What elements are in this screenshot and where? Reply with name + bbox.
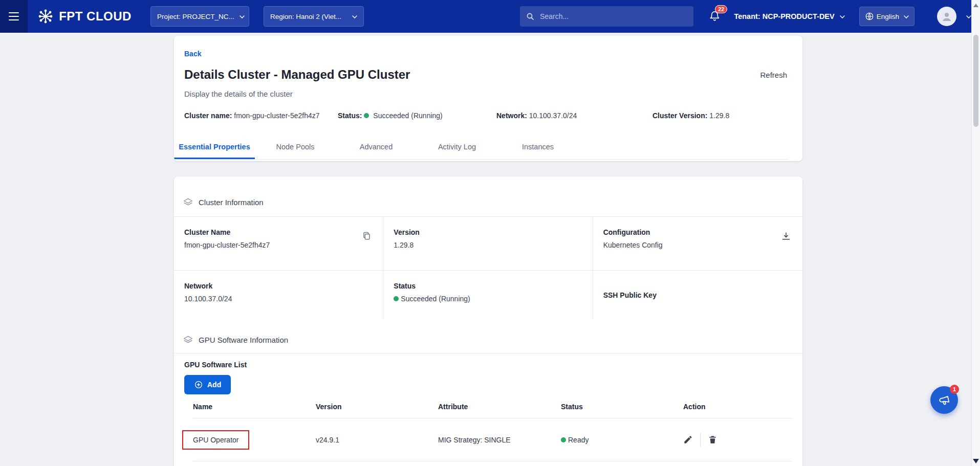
user-menu[interactable] [937, 7, 971, 26]
copy-icon[interactable] [362, 231, 372, 241]
search-bar [520, 6, 693, 27]
cluster-info-grid: Cluster Name fmon-gpu-cluster-5e2fh4z7 V… [174, 217, 802, 319]
column-header-name: Name [193, 403, 316, 411]
meta-cluster-name: Cluster name: fmon-gpu-cluster-5e2fh4z7 [184, 110, 338, 121]
megaphone-icon [938, 393, 951, 407]
field-label: Network [184, 282, 373, 290]
meta-network-value: 10.100.37.0/24 [529, 112, 577, 120]
tenant-selector[interactable]: Tenant: NCP-PRODUCT-DEV [734, 12, 844, 20]
action-divider [700, 433, 701, 447]
cell-version: v24.9.1 [316, 436, 438, 444]
announcement-count-badge: 1 [950, 385, 959, 394]
tab-node-pools[interactable]: Node Pools [255, 137, 336, 159]
delete-button[interactable] [708, 435, 717, 445]
column-header-status: Status [561, 403, 683, 411]
announcements-button[interactable]: 1 [930, 386, 958, 414]
status-dot [561, 437, 566, 442]
column-header-version: Version [316, 403, 438, 411]
cluster-information-title: Cluster Information [199, 198, 264, 207]
column-header-attribute: Attribute [438, 403, 561, 411]
page-scrollbar[interactable] [971, 0, 980, 466]
avatar [937, 7, 956, 26]
refresh-button[interactable]: Refresh [760, 71, 787, 79]
field-label: Configuration [603, 228, 792, 236]
meta-cluster-name-label: Cluster name: [184, 112, 232, 120]
chevron-down-icon [840, 12, 845, 20]
status-dot [364, 113, 369, 118]
cluster-header-card: Back Details Cluster - Managed GPU Clust… [174, 36, 802, 161]
add-gpu-software-button[interactable]: Add [184, 375, 231, 394]
cell-attribute: MIG Strategy: SINGLE [438, 436, 561, 444]
divider [174, 353, 802, 353]
layers-icon [183, 335, 193, 345]
notification-count-badge: 22 [715, 5, 727, 13]
tab-instances[interactable]: Instances [497, 137, 578, 159]
meta-status-value: Succeeded (Running) [373, 112, 442, 120]
layers-icon [183, 197, 193, 207]
meta-network: Network: 10.100.37.0/24 [496, 110, 652, 121]
region-selector-label: Region: Hanoi 2 (Viet... [270, 13, 341, 20]
language-selector[interactable]: English [859, 7, 914, 26]
menu-button[interactable] [0, 0, 28, 33]
cluster-information-section-header: Cluster Information [174, 197, 802, 207]
meta-status-label: Status: [338, 112, 362, 120]
table-header-row: Name Version Attribute Status Action [193, 403, 792, 418]
search-icon [526, 12, 534, 20]
top-navbar: FPT CLOUD Project: PROJECT_NC... Region:… [0, 0, 971, 33]
chevron-down-icon [904, 13, 909, 20]
field-cluster-name: Cluster Name fmon-gpu-cluster-5e2fh4z7 [174, 217, 383, 271]
table-row: GPU Operator v24.9.1 MIG Strategy: SINGL… [193, 418, 792, 461]
gpu-software-list-label: GPU Software List [184, 361, 802, 369]
meta-version-value: 1.29.8 [709, 112, 729, 120]
edit-button[interactable] [683, 435, 693, 445]
gpu-software-section-header: GPU Software Information [174, 335, 802, 345]
download-icon[interactable] [781, 231, 791, 241]
tab-advanced[interactable]: Advanced [336, 137, 417, 159]
field-label: Status [394, 282, 582, 290]
chevron-down-icon [966, 12, 971, 21]
status-text: Ready [568, 436, 589, 444]
gpu-software-table: Name Version Attribute Status Action GPU… [193, 403, 792, 461]
chevron-down-icon [239, 13, 245, 20]
cell-status: Ready [561, 436, 683, 444]
tab-essential-properties[interactable]: Essential Properties [174, 137, 255, 159]
main-content: Back Details Cluster - Managed GPU Clust… [174, 36, 802, 466]
highlight-box: GPU Operator [182, 430, 249, 450]
add-button-label: Add [207, 381, 221, 389]
field-label: SSH Public Key [603, 291, 657, 299]
field-value: Kubernetes Config [603, 241, 792, 249]
field-configuration: Configuration Kubernetes Config [593, 217, 802, 271]
project-selector-label: Project: PROJECT_NC... [157, 13, 234, 20]
search-input[interactable] [539, 12, 687, 21]
field-version: Version 1.29.8 [383, 217, 593, 271]
scrollbar-up-arrow[interactable] [972, 1, 980, 9]
field-network: Network 10.100.37.0/24 [174, 271, 383, 319]
field-value: fmon-gpu-cluster-5e2fh4z7 [184, 241, 373, 249]
brand-name: FPT CLOUD [59, 9, 132, 24]
tab-activity-log[interactable]: Activity Log [417, 137, 497, 159]
project-selector[interactable]: Project: PROJECT_NC... [150, 6, 249, 27]
plus-circle-icon [194, 380, 203, 389]
brand-logo[interactable]: FPT CLOUD [37, 8, 132, 25]
scrollbar-down-arrow[interactable] [972, 457, 980, 465]
field-ssh-public-key: SSH Public Key [593, 271, 802, 319]
page-title: Details Cluster - Managed GPU Cluster [184, 67, 410, 82]
field-label: Cluster Name [184, 228, 373, 236]
language-label: English [877, 13, 899, 20]
status-text: Succeeded (Running) [401, 295, 470, 303]
field-value: Succeeded (Running) [394, 295, 582, 303]
cluster-tabs: Essential Properties Node Pools Advanced… [174, 137, 789, 160]
notifications-button[interactable]: 22 [709, 10, 721, 23]
field-value: 10.100.37.0/24 [184, 295, 373, 303]
cluster-meta-row: Cluster name: fmon-gpu-cluster-5e2fh4z7 … [184, 110, 789, 121]
field-value: 1.29.8 [394, 241, 582, 249]
globe-icon [865, 12, 874, 21]
cell-name: GPU Operator [193, 430, 316, 450]
status-dot [394, 296, 399, 301]
region-selector[interactable]: Region: Hanoi 2 (Viet... [264, 6, 364, 27]
scrollbar-thumb[interactable] [973, 35, 978, 127]
trash-icon [708, 438, 717, 446]
back-link[interactable]: Back [184, 50, 201, 58]
meta-cluster-name-value: fmon-gpu-cluster-5e2fh4z7 [234, 112, 319, 120]
bell-icon [709, 15, 721, 24]
